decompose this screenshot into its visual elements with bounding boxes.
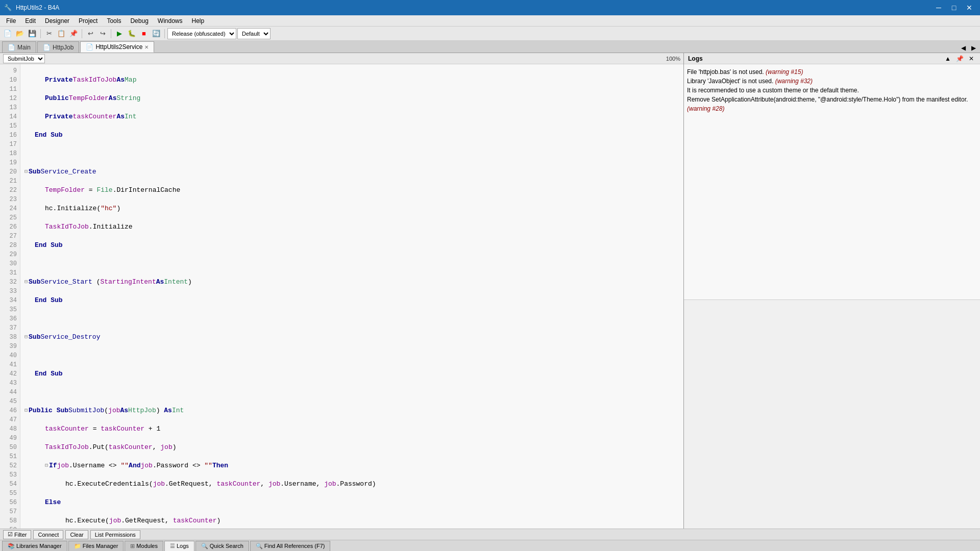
code-line-29: TaskIdToJob.Put(taskCounter, job): [24, 443, 679, 452]
code-line-19: [24, 259, 679, 268]
code-line-25: End Sub: [24, 369, 679, 379]
toolbar-new[interactable]: 📄: [2, 28, 13, 39]
code-line-30: ⊟If job.Username <> "" And job.Password …: [24, 461, 679, 470]
bottom-tabs: 📚 Libraries Manager 📁 Files Manager ⊞ Mo…: [0, 540, 980, 551]
tab-main-icon: 📄: [8, 44, 15, 51]
tab-httputils2service[interactable]: 📄 HttpUtils2Service ✕: [80, 41, 154, 53]
app-icon: 🔧: [4, 4, 12, 11]
toolbar-undo[interactable]: ↩: [85, 28, 96, 39]
menu-designer[interactable]: Designer: [41, 16, 74, 26]
build-mode-dropdown[interactable]: Release (obfuscated) Debug Release: [167, 28, 236, 39]
clear-button[interactable]: Clear: [65, 530, 88, 539]
sub-dropdown[interactable]: SubmitJob: [3, 54, 45, 63]
menu-bar: File Edit Designer Project Tools Debug W…: [0, 15, 980, 27]
code-line-32: Else: [24, 498, 679, 507]
app-title: HttpUtils2 - B4A: [16, 4, 59, 11]
tab-httpjob[interactable]: 📄 HttpJob: [37, 41, 79, 53]
toolbar-stop[interactable]: ■: [138, 28, 150, 39]
toolbar-cut[interactable]: ✂: [43, 28, 55, 39]
tab-close-button[interactable]: ✕: [144, 44, 149, 50]
line-numbers: 9 10 11 12 13 14 15 16 17 18 19 20 21 22…: [0, 64, 20, 529]
code-text[interactable]: Private TaskIdToJob As Map Public TempFo…: [20, 64, 683, 529]
logs-title: Logs: [688, 55, 703, 62]
menu-windows[interactable]: Windows: [154, 16, 187, 26]
theme-dropdown[interactable]: Default: [237, 28, 271, 39]
toolbar-run[interactable]: ▶: [114, 28, 125, 39]
logs-header: Logs ▲ 📌 ✕: [684, 53, 980, 64]
menu-project[interactable]: Project: [75, 16, 102, 26]
tab-nav-right[interactable]: ▶: [969, 43, 978, 53]
menu-file[interactable]: File: [2, 16, 20, 26]
log-message-3: It is recommended to use a custom theme …: [687, 86, 977, 95]
menu-edit[interactable]: Edit: [21, 16, 40, 26]
code-line-23: ⊟Sub Service_Destroy: [24, 333, 679, 342]
tab-find-references[interactable]: 🔍 Find All References (F7): [250, 541, 331, 551]
code-line-14: ⊟Sub Service_Create: [24, 167, 679, 177]
tab-libraries-manager[interactable]: 📚 Libraries Manager: [2, 541, 67, 551]
libraries-icon: 📚: [8, 543, 15, 549]
connect-button[interactable]: Connect: [33, 530, 63, 539]
tab-navigation: ◀ ▶: [959, 43, 978, 53]
tab-main[interactable]: 📄 Main: [2, 41, 36, 53]
code-line-31: hc.ExecuteCredentials(job.GetRequest, ta…: [24, 480, 679, 489]
filter-checkbox-icon: ☑: [8, 531, 13, 538]
files-icon: 📁: [74, 543, 81, 549]
logs-pin-button[interactable]: 📌: [954, 55, 966, 62]
logs-lower-panel: [684, 299, 980, 529]
title-bar-controls: ─ □ ✕: [932, 3, 976, 13]
close-button[interactable]: ✕: [963, 3, 976, 13]
code-line-12: End Sub: [24, 131, 679, 140]
toolbar-save[interactable]: 💾: [27, 28, 38, 39]
separator: [40, 29, 41, 38]
separator2: [82, 29, 82, 38]
code-line-26: [24, 388, 679, 397]
code-line-17: TaskIdToJob.Initialize: [24, 222, 679, 232]
code-container[interactable]: 9 10 11 12 13 14 15 16 17 18 19 20 21 22…: [0, 64, 683, 529]
code-line-11: Private taskCounter As Int: [24, 112, 679, 121]
modules-icon: ⊞: [130, 543, 135, 549]
code-line-22: [24, 314, 679, 323]
logs-panel: Logs ▲ 📌 ✕ File 'httpjob.bas' is not use…: [684, 53, 980, 529]
tabs-row: 📄 Main 📄 HttpJob 📄 HttpUtils2Service ✕ ◀…: [0, 41, 980, 53]
code-line-13: [24, 149, 679, 158]
filter-button[interactable]: ☑ Filter: [3, 530, 31, 539]
menu-help[interactable]: Help: [188, 16, 209, 26]
toolbar-debug[interactable]: 🐛: [126, 28, 137, 39]
separator3: [111, 29, 111, 38]
tab-httpjob-label: HttpJob: [53, 44, 74, 51]
tab-httpjob-icon: 📄: [43, 44, 51, 51]
tab-nav-left[interactable]: ◀: [959, 43, 968, 53]
toolbar-copy[interactable]: 📋: [56, 28, 67, 39]
logs-collapse-button[interactable]: ▲: [943, 55, 953, 62]
toolbar-redo[interactable]: ↪: [97, 28, 108, 39]
tab-quick-search[interactable]: 🔍 Quick Search: [195, 541, 249, 551]
find-ref-icon: 🔍: [256, 543, 263, 549]
toolbar-paste[interactable]: 📌: [68, 28, 79, 39]
toolbar-refresh[interactable]: 🔄: [151, 28, 162, 39]
logs-close-button[interactable]: ✕: [967, 55, 976, 62]
code-line-28: taskCounter = taskCounter + 1: [24, 424, 679, 434]
list-permissions-button[interactable]: List Permissions: [90, 530, 140, 539]
log-message-1: File 'httpjob.bas' is not used. (warning…: [687, 67, 977, 77]
code-line-24: [24, 351, 679, 360]
title-bar: 🔧 HttpUtils2 - B4A ─ □ ✕: [0, 0, 980, 15]
code-line-18: End Sub: [24, 241, 679, 250]
code-editor: SubmitJob 100% 9 10 11 12 13 14 15 16 17…: [0, 53, 684, 529]
code-line-9: Private TaskIdToJob As Map: [24, 76, 679, 85]
tab-modules[interactable]: ⊞ Modules: [125, 541, 163, 551]
code-line-33: hc.Execute(job.GetRequest, taskCounter): [24, 516, 679, 525]
title-bar-left: 🔧 HttpUtils2 - B4A: [4, 4, 59, 11]
maximize-button[interactable]: □: [947, 3, 961, 13]
code-line-21: End Sub: [24, 296, 679, 305]
log-message-2: Library 'JavaObject' is not used. (warni…: [687, 77, 977, 86]
code-line-10: Public TempFolder As String: [24, 94, 679, 103]
logs-header-controls: ▲ 📌 ✕: [943, 55, 976, 62]
tab-files-manager[interactable]: 📁 Files Manager: [68, 541, 124, 551]
tab-logs[interactable]: ☰ Logs: [164, 541, 194, 551]
sub-selector: SubmitJob: [3, 54, 45, 63]
toolbar-open[interactable]: 📂: [14, 28, 26, 39]
menu-debug[interactable]: Debug: [126, 16, 152, 26]
zoom-control: 100%: [666, 56, 680, 62]
menu-tools[interactable]: Tools: [103, 16, 125, 26]
minimize-button[interactable]: ─: [932, 3, 945, 13]
